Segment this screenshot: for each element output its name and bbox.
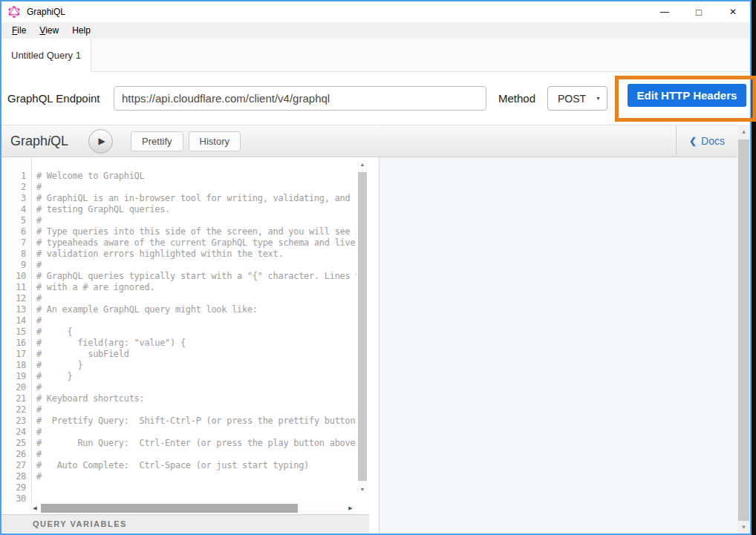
title-bar: GraphiQL — □ ✕: [1, 1, 750, 22]
code-text: #: [36, 260, 356, 271]
code-line[interactable]: 25# Run Query: Ctrl-Enter (or press the …: [1, 438, 357, 449]
code-line[interactable]: 9#: [1, 260, 357, 271]
code-line[interactable]: 27# Auto Complete: Ctrl-Space (or just s…: [1, 460, 357, 471]
code-text: #: [36, 215, 356, 226]
line-number: 24: [1, 427, 26, 438]
maximize-button[interactable]: □: [682, 1, 716, 22]
code-text: # Keyboard shortcuts:: [36, 393, 356, 404]
menu-view[interactable]: View: [33, 22, 65, 39]
docs-toggle-button[interactable]: ❮ Docs: [676, 125, 737, 157]
line-number: 1: [1, 171, 26, 182]
code-line[interactable]: 17# subField: [1, 349, 357, 360]
code-line[interactable]: 11# with a # are ignored.: [1, 282, 357, 293]
window-scrollbar[interactable]: ▲ ▼: [737, 125, 750, 534]
code-line[interactable]: 28#: [1, 471, 357, 482]
code-line[interactable]: 24#: [1, 427, 357, 438]
menu-bar: File View Help: [1, 22, 750, 39]
code-line[interactable]: 3# GraphiQL is an in-browser tool for wr…: [1, 193, 357, 204]
code-text: # Welcome to GraphiQL: [36, 171, 356, 182]
edit-http-headers-button[interactable]: Edit HTTP Headers: [628, 84, 746, 107]
close-button[interactable]: ✕: [716, 1, 750, 22]
scroll-left-icon[interactable]: ◀: [30, 503, 40, 513]
method-selected-value: POST: [558, 93, 586, 105]
code-line[interactable]: 12#: [1, 293, 357, 304]
line-number: 21: [1, 393, 26, 404]
tab-untitled-query-1[interactable]: Untitled Query 1: [1, 39, 91, 72]
menu-file[interactable]: File: [5, 22, 33, 39]
prettify-button[interactable]: Prettify: [131, 131, 183, 151]
query-editor-pane[interactable]: 1# Welcome to GraphiQL2#3# GraphiQL is a…: [1, 157, 369, 534]
tab-bar-empty-space: [91, 39, 750, 72]
line-number: 19: [1, 371, 26, 382]
window-scrollbar-thumb[interactable]: [738, 140, 749, 521]
line-number: 13: [1, 304, 26, 315]
line-number: 17: [1, 349, 26, 360]
pane-resize-handle[interactable]: [369, 157, 379, 534]
code-line[interactable]: 19# }: [1, 371, 357, 382]
code-line[interactable]: 5#: [1, 215, 357, 226]
code-line[interactable]: 15# {: [1, 326, 357, 338]
code-text: # validation errors highlighted within t…: [36, 249, 356, 260]
code-text: # typeaheads aware of the current GraphQ…: [36, 237, 356, 249]
code-text: # }: [36, 360, 356, 371]
scroll-right-icon[interactable]: ▶: [345, 503, 356, 513]
scroll-down-icon[interactable]: ▼: [737, 522, 750, 532]
code-line[interactable]: 18# }: [1, 360, 357, 371]
editor-horizontal-scrollbar[interactable]: ◀ ▶: [30, 503, 356, 513]
code-line[interactable]: 16# field(arg: "value") {: [1, 338, 357, 349]
result-pane: [379, 157, 737, 534]
line-number: 25: [1, 438, 26, 449]
code-line[interactable]: 26#: [1, 449, 357, 460]
code-line[interactable]: 4# testing GraphQL queries.: [1, 204, 357, 215]
history-button[interactable]: History: [189, 131, 241, 151]
code-line[interactable]: 22#: [1, 404, 357, 416]
graphiql-toolbar: GraphiQL ▶ Prettify History: [1, 125, 676, 157]
line-number: 9: [1, 260, 26, 271]
window-controls: — □ ✕: [648, 1, 750, 22]
execute-query-button[interactable]: ▶: [88, 129, 113, 154]
code-text: # Run Query: Ctrl-Enter (or press the pl…: [36, 438, 356, 449]
code-text: #: [36, 471, 356, 482]
code-line[interactable]: 2#: [1, 182, 357, 193]
code-line[interactable]: 20#: [1, 382, 357, 393]
code-line[interactable]: 14#: [1, 315, 357, 326]
endpoint-url-input[interactable]: [114, 86, 486, 111]
graphiql-app-window: GraphiQL — □ ✕ File View Help Untitled Q…: [0, 0, 756, 535]
scroll-up-icon[interactable]: ▲: [357, 160, 368, 168]
main-content: 1# Welcome to GraphiQL2#3# GraphiQL is a…: [1, 157, 737, 534]
query-variables-panel-header[interactable]: QUERY VARIABLES: [1, 514, 369, 534]
code-text: # field(arg: "value") {: [36, 338, 356, 349]
minimize-button[interactable]: —: [648, 1, 682, 22]
code-line[interactable]: 1# Welcome to GraphiQL: [1, 171, 357, 182]
editor-vscrollbar-thumb[interactable]: [358, 172, 367, 481]
tab-bar: Untitled Query 1: [1, 39, 750, 72]
code-text: # Auto Complete: Ctrl-Space (or just sta…: [36, 460, 356, 471]
line-number: 27: [1, 460, 26, 471]
method-label: Method: [498, 72, 535, 125]
menu-help[interactable]: Help: [65, 22, 97, 39]
scroll-down-icon[interactable]: ▼: [357, 485, 368, 493]
code-text: # An example GraphQL query might look li…: [36, 304, 356, 315]
code-text: # {: [36, 326, 356, 338]
code-line[interactable]: 23# Prettify Query: Shift-Ctrl-P (or pre…: [1, 416, 357, 427]
code-text: # testing GraphQL queries.: [36, 204, 356, 215]
editor-vertical-scrollbar[interactable]: ▲ ▼: [357, 160, 368, 493]
code-line[interactable]: 7# typeaheads aware of the current Graph…: [1, 237, 357, 249]
line-number: 11: [1, 282, 26, 293]
code-line[interactable]: 29: [1, 482, 357, 493]
code-line[interactable]: 10# GraphQL queries typically start with…: [1, 271, 357, 282]
code-line[interactable]: 21# Keyboard shortcuts:: [1, 393, 357, 404]
line-number: 7: [1, 237, 26, 249]
line-number: 16: [1, 338, 26, 349]
code-line[interactable]: 6# Type queries into this side of the sc…: [1, 226, 357, 237]
line-number: 28: [1, 471, 26, 482]
editor-hscrollbar-thumb[interactable]: [41, 504, 298, 513]
code-line[interactable]: 8# validation errors highlighted within …: [1, 249, 357, 260]
query-editor-code[interactable]: 1# Welcome to GraphiQL2#3# GraphiQL is a…: [1, 171, 357, 505]
method-dropdown[interactable]: POST ▼: [547, 86, 607, 111]
window-title: GraphiQL: [27, 7, 65, 17]
scroll-up-icon[interactable]: ▲: [737, 126, 750, 137]
line-number: 3: [1, 193, 26, 204]
line-number: 10: [1, 271, 26, 282]
code-line[interactable]: 13# An example GraphQL query might look …: [1, 304, 357, 315]
